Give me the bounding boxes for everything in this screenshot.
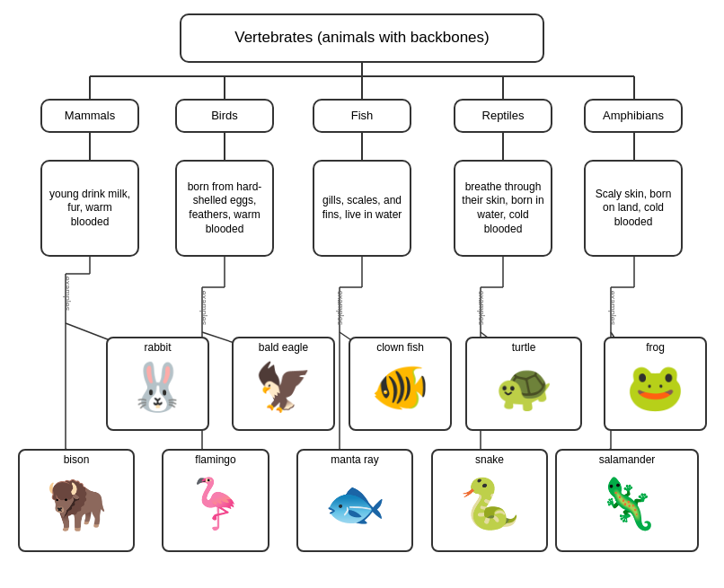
category-fish: Fish [313, 99, 411, 133]
animal-rabbit: rabbit 🐰 [106, 337, 209, 431]
category-birds: Birds [175, 99, 274, 133]
examples-label-mammals: examples [63, 276, 72, 312]
animal-frog: frog 🐸 [604, 337, 707, 431]
examples-label-fish: examples [336, 291, 345, 326]
desc-mammals: young drink milk, fur, warm blooded [40, 160, 139, 257]
animal-snake: snake 🐍 [431, 449, 548, 552]
frog-image: 🐸 [608, 355, 702, 418]
category-amphibians: Amphibians [584, 99, 683, 133]
diagram: Vertebrates (animals with backbones) Mam… [0, 0, 724, 588]
desc-amphibians: Scaly skin, born on land, cold blooded [584, 160, 683, 257]
desc-reptiles: breathe through their skin, born in wate… [454, 160, 552, 257]
rabbit-image: 🐰 [110, 355, 205, 418]
animal-bison: bison 🦬 [18, 449, 135, 552]
desc-birds: born from hard-shelled eggs, feathers, w… [175, 160, 274, 257]
manta-ray-image: 🐟 [301, 468, 409, 540]
flamingo-image: 🦩 [166, 468, 265, 540]
examples-label-amphibians: examples [608, 291, 617, 326]
animal-bald-eagle: bald eagle 🦅 [232, 337, 335, 431]
turtle-image: 🐢 [470, 355, 578, 418]
root-box: Vertebrates (animals with backbones) [180, 13, 544, 63]
snake-image: 🐍 [436, 468, 543, 540]
animal-manta-ray: manta ray 🐟 [296, 449, 413, 552]
bald-eagle-image: 🦅 [236, 355, 331, 418]
salamander-image: 🦎 [560, 468, 694, 540]
animal-flamingo: flamingo 🦩 [162, 449, 269, 552]
clown-fish-image: 🐠 [353, 355, 447, 418]
category-mammals: Mammals [40, 99, 139, 133]
animal-clown-fish: clown fish 🐠 [349, 337, 452, 431]
examples-label-birds: examples [199, 291, 208, 326]
animal-salamander: salamander 🦎 [555, 449, 699, 552]
bison-image: 🦬 [22, 468, 130, 540]
desc-fish: gills, scales, and fins, live in water [313, 160, 411, 257]
animal-turtle: turtle 🐢 [465, 337, 582, 431]
examples-label-reptiles: examples [477, 291, 486, 326]
category-reptiles: Reptiles [454, 99, 552, 133]
